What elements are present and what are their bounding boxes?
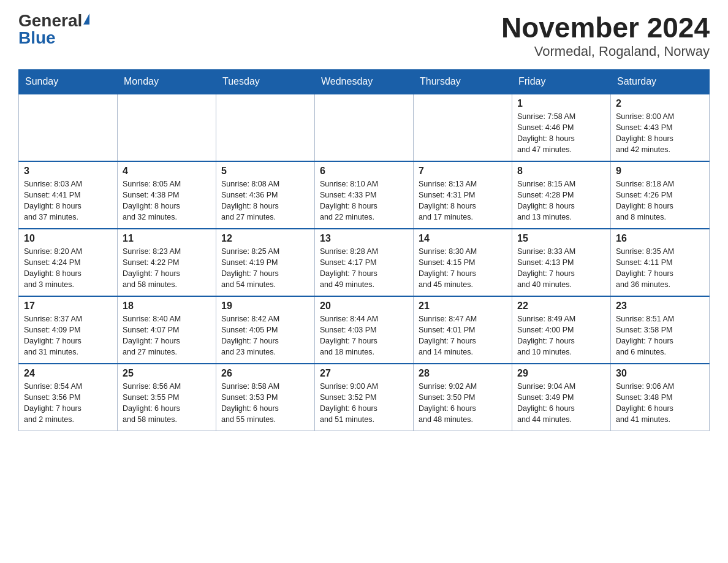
day-info: Sunrise: 9:04 AM Sunset: 3:49 PM Dayligh… — [517, 381, 605, 426]
calendar-cell: 4Sunrise: 8:05 AM Sunset: 4:38 PM Daylig… — [118, 161, 216, 229]
calendar-title: November 2024 — [501, 12, 710, 44]
calendar-cell: 26Sunrise: 8:58 AM Sunset: 3:53 PM Dayli… — [216, 364, 315, 431]
calendar-week-row: 17Sunrise: 8:37 AM Sunset: 4:09 PM Dayli… — [19, 296, 710, 364]
day-info: Sunrise: 8:03 AM Sunset: 4:41 PM Dayligh… — [24, 178, 112, 223]
day-number: 27 — [320, 368, 408, 379]
day-info: Sunrise: 8:54 AM Sunset: 3:56 PM Dayligh… — [24, 381, 112, 426]
day-number: 28 — [419, 368, 507, 379]
logo-blue-text: Blue — [18, 29, 56, 47]
day-info: Sunrise: 8:49 AM Sunset: 4:00 PM Dayligh… — [517, 313, 605, 358]
day-number: 8 — [517, 166, 605, 177]
calendar-cell — [216, 94, 315, 161]
weekday-header-saturday: Saturday — [611, 69, 710, 94]
calendar-cell: 22Sunrise: 8:49 AM Sunset: 4:00 PM Dayli… — [512, 296, 611, 364]
day-info: Sunrise: 7:58 AM Sunset: 4:46 PM Dayligh… — [517, 111, 605, 156]
calendar-cell — [19, 94, 118, 161]
calendar-header-row: SundayMondayTuesdayWednesdayThursdayFrid… — [19, 69, 710, 94]
day-number: 29 — [517, 368, 605, 379]
logo-triangle-icon — [83, 13, 89, 25]
day-number: 20 — [320, 301, 408, 312]
weekday-header-thursday: Thursday — [414, 69, 512, 94]
day-number: 5 — [221, 166, 309, 177]
calendar-cell: 25Sunrise: 8:56 AM Sunset: 3:55 PM Dayli… — [118, 364, 216, 431]
day-info: Sunrise: 8:10 AM Sunset: 4:33 PM Dayligh… — [320, 178, 408, 223]
calendar-cell: 16Sunrise: 8:35 AM Sunset: 4:11 PM Dayli… — [611, 229, 710, 296]
day-number: 22 — [517, 301, 605, 312]
day-number: 24 — [24, 368, 112, 379]
calendar-cell: 21Sunrise: 8:47 AM Sunset: 4:01 PM Dayli… — [414, 296, 512, 364]
day-number: 16 — [616, 233, 704, 244]
day-number: 4 — [123, 166, 211, 177]
day-info: Sunrise: 9:06 AM Sunset: 3:48 PM Dayligh… — [616, 381, 704, 426]
calendar-subtitle: Vormedal, Rogaland, Norway — [501, 44, 710, 59]
day-info: Sunrise: 8:51 AM Sunset: 3:58 PM Dayligh… — [616, 313, 704, 358]
day-info: Sunrise: 8:47 AM Sunset: 4:01 PM Dayligh… — [419, 313, 507, 358]
calendar-cell: 24Sunrise: 8:54 AM Sunset: 3:56 PM Dayli… — [19, 364, 118, 431]
day-number: 11 — [123, 233, 211, 244]
day-number: 17 — [24, 301, 112, 312]
day-info: Sunrise: 8:25 AM Sunset: 4:19 PM Dayligh… — [221, 246, 309, 291]
day-info: Sunrise: 8:00 AM Sunset: 4:43 PM Dayligh… — [616, 111, 704, 156]
calendar-cell — [118, 94, 216, 161]
day-number: 30 — [616, 368, 704, 379]
day-info: Sunrise: 8:42 AM Sunset: 4:05 PM Dayligh… — [221, 313, 309, 358]
day-number: 14 — [419, 233, 507, 244]
calendar-cell: 13Sunrise: 8:28 AM Sunset: 4:17 PM Dayli… — [315, 229, 414, 296]
calendar-cell: 2Sunrise: 8:00 AM Sunset: 4:43 PM Daylig… — [611, 94, 710, 161]
day-info: Sunrise: 8:15 AM Sunset: 4:28 PM Dayligh… — [517, 178, 605, 223]
logo: General Blue — [18, 12, 89, 47]
calendar-cell: 20Sunrise: 8:44 AM Sunset: 4:03 PM Dayli… — [315, 296, 414, 364]
day-number: 3 — [24, 166, 112, 177]
calendar-week-row: 3Sunrise: 8:03 AM Sunset: 4:41 PM Daylig… — [19, 161, 710, 229]
day-info: Sunrise: 8:20 AM Sunset: 4:24 PM Dayligh… — [24, 246, 112, 291]
calendar-cell: 18Sunrise: 8:40 AM Sunset: 4:07 PM Dayli… — [118, 296, 216, 364]
calendar-cell: 15Sunrise: 8:33 AM Sunset: 4:13 PM Dayli… — [512, 229, 611, 296]
day-info: Sunrise: 8:56 AM Sunset: 3:55 PM Dayligh… — [123, 381, 211, 426]
weekday-header-friday: Friday — [512, 69, 611, 94]
day-number: 23 — [616, 301, 704, 312]
title-area: November 2024 Vormedal, Rogaland, Norway — [501, 12, 710, 59]
calendar-week-row: 24Sunrise: 8:54 AM Sunset: 3:56 PM Dayli… — [19, 364, 710, 431]
day-number: 18 — [123, 301, 211, 312]
weekday-header-monday: Monday — [118, 69, 216, 94]
calendar-cell: 10Sunrise: 8:20 AM Sunset: 4:24 PM Dayli… — [19, 229, 118, 296]
calendar-cell: 11Sunrise: 8:23 AM Sunset: 4:22 PM Dayli… — [118, 229, 216, 296]
day-number: 26 — [221, 368, 309, 379]
calendar-week-row: 1Sunrise: 7:58 AM Sunset: 4:46 PM Daylig… — [19, 94, 710, 161]
calendar-cell: 29Sunrise: 9:04 AM Sunset: 3:49 PM Dayli… — [512, 364, 611, 431]
day-number: 10 — [24, 233, 112, 244]
day-info: Sunrise: 8:13 AM Sunset: 4:31 PM Dayligh… — [419, 178, 507, 223]
day-info: Sunrise: 8:33 AM Sunset: 4:13 PM Dayligh… — [517, 246, 605, 291]
day-number: 21 — [419, 301, 507, 312]
calendar-cell: 30Sunrise: 9:06 AM Sunset: 3:48 PM Dayli… — [611, 364, 710, 431]
day-info: Sunrise: 8:44 AM Sunset: 4:03 PM Dayligh… — [320, 313, 408, 358]
calendar-cell: 12Sunrise: 8:25 AM Sunset: 4:19 PM Dayli… — [216, 229, 315, 296]
calendar-cell: 23Sunrise: 8:51 AM Sunset: 3:58 PM Dayli… — [611, 296, 710, 364]
day-info: Sunrise: 9:00 AM Sunset: 3:52 PM Dayligh… — [320, 381, 408, 426]
day-number: 13 — [320, 233, 408, 244]
day-info: Sunrise: 8:30 AM Sunset: 4:15 PM Dayligh… — [419, 246, 507, 291]
day-info: Sunrise: 8:40 AM Sunset: 4:07 PM Dayligh… — [123, 313, 211, 358]
calendar-cell: 9Sunrise: 8:18 AM Sunset: 4:26 PM Daylig… — [611, 161, 710, 229]
calendar-cell: 5Sunrise: 8:08 AM Sunset: 4:36 PM Daylig… — [216, 161, 315, 229]
day-info: Sunrise: 8:28 AM Sunset: 4:17 PM Dayligh… — [320, 246, 408, 291]
calendar-cell: 28Sunrise: 9:02 AM Sunset: 3:50 PM Dayli… — [414, 364, 512, 431]
day-info: Sunrise: 8:35 AM Sunset: 4:11 PM Dayligh… — [616, 246, 704, 291]
day-number: 19 — [221, 301, 309, 312]
calendar-cell: 19Sunrise: 8:42 AM Sunset: 4:05 PM Dayli… — [216, 296, 315, 364]
day-info: Sunrise: 9:02 AM Sunset: 3:50 PM Dayligh… — [419, 381, 507, 426]
day-info: Sunrise: 8:08 AM Sunset: 4:36 PM Dayligh… — [221, 178, 309, 223]
calendar-cell — [414, 94, 512, 161]
day-info: Sunrise: 8:05 AM Sunset: 4:38 PM Dayligh… — [123, 178, 211, 223]
logo-general-text: General — [18, 12, 82, 29]
weekday-header-tuesday: Tuesday — [216, 69, 315, 94]
calendar-cell: 1Sunrise: 7:58 AM Sunset: 4:46 PM Daylig… — [512, 94, 611, 161]
calendar-cell: 7Sunrise: 8:13 AM Sunset: 4:31 PM Daylig… — [414, 161, 512, 229]
header: General Blue November 2024 Vormedal, Rog… — [18, 12, 710, 59]
day-number: 25 — [123, 368, 211, 379]
weekday-header-wednesday: Wednesday — [315, 69, 414, 94]
calendar-cell — [315, 94, 414, 161]
day-info: Sunrise: 8:37 AM Sunset: 4:09 PM Dayligh… — [24, 313, 112, 358]
calendar-cell: 6Sunrise: 8:10 AM Sunset: 4:33 PM Daylig… — [315, 161, 414, 229]
weekday-header-sunday: Sunday — [19, 69, 118, 94]
